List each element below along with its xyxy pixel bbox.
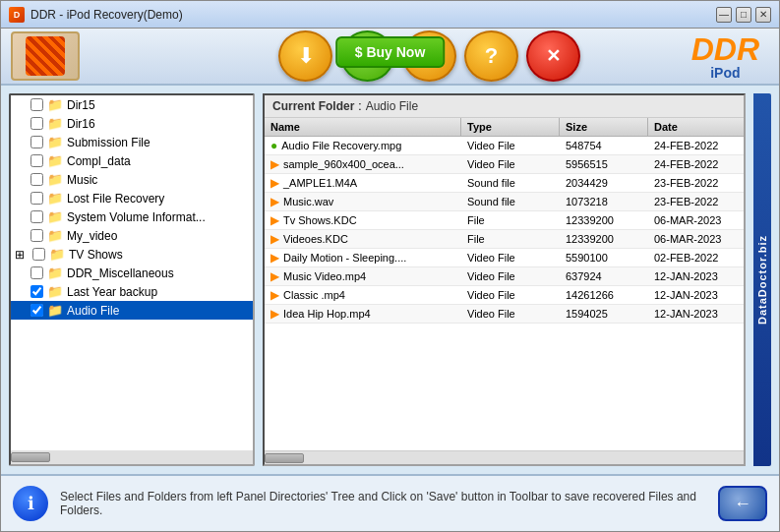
table-row[interactable]: ▶ Music Video.mp4 Video File 637924 12-J… — [265, 267, 744, 286]
tree-checkbox-dir16[interactable] — [30, 117, 43, 130]
back-button[interactable]: ← — [718, 486, 767, 521]
file-date: 24-FEB-2022 — [648, 156, 744, 172]
title-bar: D DDR - iPod Recovery(Demo) — □ ✕ — [1, 1, 779, 29]
file-name: Tv Shows.KDC — [283, 214, 357, 226]
tree-checkbox-ddrmisc[interactable] — [30, 266, 43, 279]
folder-icon: 📁 — [47, 303, 63, 318]
file-type: File — [461, 231, 560, 247]
tree-checkbox-dir15[interactable] — [30, 98, 43, 111]
file-size: 12339200 — [560, 212, 648, 228]
file-list-hscrollbar[interactable] — [265, 450, 744, 464]
logo-area — [11, 31, 80, 81]
file-list-panel: Current Folder : Audio File Name Type Si… — [263, 93, 746, 466]
file-list-hscrollbar-thumb[interactable] — [265, 453, 304, 463]
minimize-button[interactable]: — — [716, 7, 732, 23]
table-body[interactable]: ● Audio File Recovery.mpg Video File 548… — [265, 137, 744, 447]
file-name: Idea Hip Hop.mp4 — [283, 308, 371, 320]
tree-item-audiofile[interactable]: 📁 Audio File — [11, 301, 253, 320]
file-size: 548754 — [560, 138, 648, 153]
folder-icon: 📁 — [47, 97, 63, 112]
table-row[interactable]: ▶ Daily Motion - Sleeping.... Video File… — [265, 249, 744, 267]
buy-now-button[interactable]: $ Buy Now — [335, 36, 446, 68]
file-type: Video File — [461, 156, 560, 172]
status-bar: ℹ Select Files and Folders from left Pan… — [1, 474, 779, 531]
tree-item-system-volume[interactable]: 📁 System Volume Informat... — [11, 207, 253, 226]
tree-view[interactable]: 📁 Dir15 📁 Dir16 📁 Submission File — [11, 95, 253, 450]
file-date: 12-JAN-2023 — [648, 287, 744, 303]
content-area: 📁 Dir15 📁 Dir16 📁 Submission File — [1, 86, 779, 474]
tree-checkbox-music[interactable] — [30, 173, 43, 186]
tree-item-compl[interactable]: 📁 Compl_data — [11, 151, 253, 170]
table-row[interactable]: ▶ Classic .mp4 Video File 14261266 12-JA… — [265, 286, 744, 305]
tree-item-myvideo[interactable]: 📁 My_video — [11, 226, 253, 245]
tree-label-music: Music — [67, 173, 97, 187]
folder-header-separator: : — [358, 99, 361, 113]
table-row[interactable]: ● Audio File Recovery.mpg Video File 548… — [265, 137, 744, 155]
folder-icon: 📁 — [47, 228, 63, 243]
ddr-logo: DDR iPod — [691, 33, 759, 81]
table-row[interactable]: ▶ Tv Shows.KDC File 12339200 06-MAR-2023… — [265, 211, 744, 230]
download-button[interactable]: ⬇ — [278, 30, 332, 82]
file-name-cell: ▶ Music.wav — [265, 193, 461, 210]
main-window: D DDR - iPod Recovery(Demo) — □ ✕ $ Buy … — [0, 0, 780, 532]
file-icon-orange: ▶ — [270, 157, 279, 171]
tree-label-myvideo: My_video — [67, 229, 117, 243]
tree-checkbox-lost[interactable] — [30, 192, 43, 205]
help-button[interactable]: ? — [464, 30, 518, 82]
file-size: 637924 — [560, 268, 648, 284]
file-icon-orange: ▶ — [270, 195, 279, 208]
file-table: Name Type Size Date Time ● Audio File Re… — [265, 118, 744, 450]
tree-item-ddr-misc[interactable]: 📁 DDR_Miscellaneous — [11, 264, 253, 282]
file-name: Audio File Recovery.mpg — [281, 140, 401, 151]
file-icon-orange: ▶ — [270, 307, 279, 321]
table-row[interactable]: ▶ Idea Hip Hop.mp4 Video File 1594025 12… — [265, 305, 744, 324]
table-row[interactable]: ▶ sample_960x400_ocea... Video File 5956… — [265, 155, 744, 174]
file-name-cell: ▶ Classic .mp4 — [265, 286, 461, 304]
tree-checkbox-sysvolume[interactable] — [30, 210, 43, 223]
file-size: 12339200 — [560, 231, 648, 247]
close-button[interactable]: ✕ — [755, 7, 771, 23]
tree-checkbox-tvshows[interactable] — [32, 248, 45, 261]
folder-header-value: Audio File — [366, 99, 418, 113]
tree-item-music[interactable]: 📁 Music — [11, 170, 253, 189]
file-type: Video File — [461, 138, 560, 153]
tree-label-submission: Submission File — [67, 136, 150, 149]
tree-item-lastyear[interactable]: 📁 Last Year backup — [11, 282, 253, 301]
exit-button[interactable]: ✕ — [526, 30, 580, 82]
tree-item-tvshows[interactable]: ⊞ 📁 TV Shows — [11, 245, 253, 264]
tree-checkbox-lastyear[interactable] — [30, 285, 43, 298]
folder-icon: 📁 — [47, 266, 63, 280]
tree-item-dir15[interactable]: 📁 Dir15 — [11, 95, 253, 114]
file-size: 2034429 — [560, 175, 648, 191]
tree-checkbox-myvideo[interactable] — [30, 229, 43, 242]
tree-checkbox-compl[interactable] — [30, 154, 43, 167]
maximize-button[interactable]: □ — [736, 7, 751, 23]
tree-hscrollbar[interactable] — [11, 450, 253, 464]
tree-checkbox-audiofile[interactable] — [30, 304, 43, 317]
tree-item-dir16[interactable]: 📁 Dir16 — [11, 114, 253, 133]
folder-icon: 📁 — [47, 135, 63, 149]
tree-label-sysvolume: System Volume Informat... — [67, 210, 206, 224]
file-name: sample_960x400_ocea... — [283, 158, 404, 170]
tree-label-compl: Compl_data — [67, 154, 131, 168]
tree-item-lost-recovery[interactable]: 📁 Lost File Recovery — [11, 189, 253, 207]
file-icon-orange: ▶ — [270, 269, 279, 283]
folder-icon: 📁 — [49, 247, 65, 262]
tree-item-submission[interactable]: 📁 Submission File — [11, 133, 253, 151]
file-date: 12-JAN-2023 — [648, 268, 744, 284]
status-message: Select Files and Folders from left Panel… — [60, 490, 706, 517]
file-name-cell: ▶ _AMPLE1.M4A — [265, 174, 461, 192]
file-name: Daily Motion - Sleeping.... — [283, 252, 406, 264]
table-row[interactable]: ▶ Music.wav Sound file 1073218 23-FEB-20… — [265, 193, 744, 211]
file-name: _AMPLE1.M4A — [283, 177, 357, 189]
table-row[interactable]: ▶ Videoes.KDC File 12339200 06-MAR-2023 … — [265, 230, 744, 249]
table-row[interactable]: ▶ _AMPLE1.M4A Sound file 2034429 23-FEB-… — [265, 174, 744, 193]
tree-hscrollbar-thumb[interactable] — [11, 452, 50, 462]
folder-icon: 📁 — [47, 172, 63, 187]
file-size: 1594025 — [560, 306, 648, 322]
folder-header-label: Current Folder — [272, 99, 354, 113]
tree-checkbox-submission[interactable] — [30, 136, 43, 148]
file-size: 5590100 — [560, 250, 648, 266]
app-logo-icon — [26, 36, 65, 76]
file-name: Classic .mp4 — [283, 289, 345, 301]
